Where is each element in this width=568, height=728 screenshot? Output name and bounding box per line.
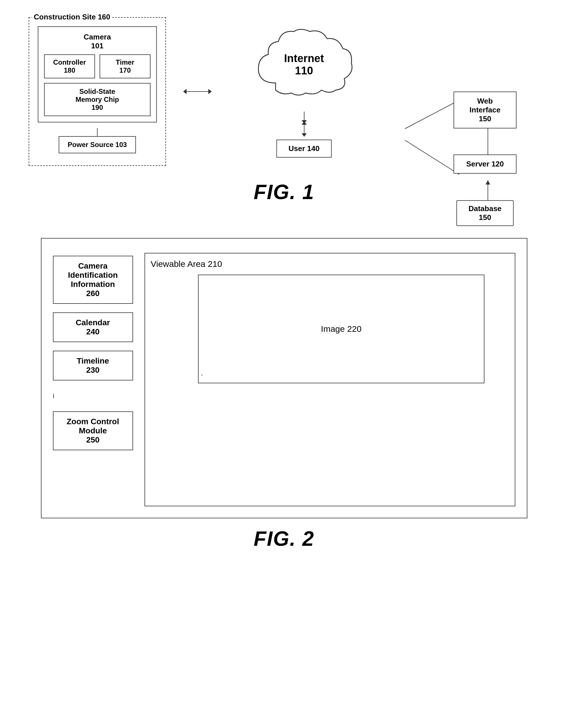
internet-section: Internet 110 User 140 [229, 26, 379, 158]
database-label: Database150 [456, 200, 514, 226]
controller-box: Controller 180 [44, 54, 95, 78]
sidebar-marker: i [53, 389, 133, 403]
fig2-main: Viewable Area 210 Image 220 ' [144, 250, 515, 506]
timer-box: Timer 170 [100, 54, 150, 78]
viewable-area-label: Viewable Area 210 [151, 259, 509, 269]
web-interface-label: WebInterface150 [454, 92, 517, 128]
camera-internals: Controller 180 Timer 170 [44, 54, 150, 78]
fig2-container: CameraIdentificationInformation260 Calen… [17, 238, 551, 568]
camera-id-label: CameraIdentificationInformation260 [68, 261, 118, 298]
cloud-label: Internet 110 [277, 52, 331, 77]
calendar-box: Calendar240 [53, 312, 133, 342]
vert-line-1 [304, 112, 305, 120]
svg-line-2 [405, 140, 459, 174]
calendar-label: Calendar240 [76, 318, 110, 336]
image-box: Image 220 ' [198, 275, 485, 383]
camera-id-box: CameraIdentificationInformation260 [53, 256, 133, 304]
horiz-line [186, 91, 208, 92]
memory-box: Solid-StateMemory Chip190 [44, 83, 150, 116]
viewable-area: Viewable Area 210 Image 220 ' [144, 253, 515, 506]
construction-site-label: Construction Site 160 [32, 13, 112, 21]
server-box: Server 120 [454, 154, 517, 174]
arrowhead-right [208, 89, 212, 94]
server-label: Server 120 [454, 154, 517, 174]
fig2-outer: CameraIdentificationInformation260 Calen… [41, 238, 527, 518]
fig2-sidebar: CameraIdentificationInformation260 Calen… [53, 250, 133, 506]
zoom-label: Zoom ControlModule250 [67, 417, 119, 444]
power-wrapper: Power Source 103 [38, 136, 157, 153]
camera-box: Camera 101 Controller 180 Timer 170 [38, 26, 157, 122]
camera-label: Camera 101 [44, 33, 150, 50]
database-text: Database150 [468, 204, 502, 222]
vert-line-2 [304, 125, 305, 133]
svg-line-0 [405, 100, 459, 129]
web-interface-box: WebInterface150 [454, 92, 517, 128]
user-box: User 140 [276, 140, 331, 158]
arrow-up-cloud [302, 121, 307, 125]
timeline-box: Timeline230 [53, 351, 133, 380]
web-interface-text: WebInterface150 [470, 97, 501, 123]
memory-label: Solid-StateMemory Chip190 [75, 88, 119, 111]
cloud-container: Internet 110 [250, 26, 359, 106]
fig1-caption: FIG. 1 [253, 180, 314, 204]
fig2-caption: FIG. 2 [253, 527, 314, 550]
camera-power-connector [97, 128, 98, 136]
svg-marker-9 [486, 180, 490, 185]
timeline-label: Timeline230 [77, 356, 109, 374]
power-source-box: Power Source 103 [59, 136, 136, 153]
image-marker: ' [201, 373, 202, 380]
arrow-down-cloud [302, 133, 307, 137]
fig1-container: Construction Site 160 Camera 101 Control… [17, 11, 551, 221]
arrow-cs-internet [183, 89, 212, 94]
fig1-diagram: Construction Site 160 Camera 101 Control… [17, 11, 551, 172]
bidir-vert [302, 121, 307, 137]
image-label: Image 220 [321, 324, 362, 334]
construction-site-box: Construction Site 160 Camera 101 Control… [29, 17, 166, 166]
database-box: Database150 [456, 200, 514, 226]
arrowhead-left [183, 89, 186, 94]
zoom-box: Zoom ControlModule250 [53, 411, 133, 450]
